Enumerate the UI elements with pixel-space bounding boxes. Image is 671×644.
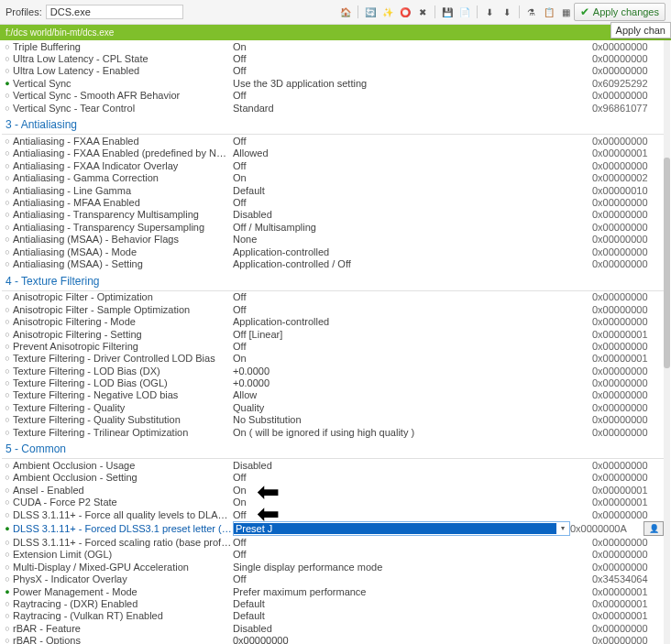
setting-row[interactable]: ○Anisotropic Filtering - SettingOff [Lin… xyxy=(2,328,664,340)
chevron-down-icon[interactable]: ▾ xyxy=(556,524,569,532)
combobox-selected: Preset J xyxy=(234,523,556,534)
wand-icon[interactable]: ✨ xyxy=(380,5,395,19)
setting-name: DLSS 3.1.11+ - Forced DLSS3.1 preset let… xyxy=(13,523,233,534)
setting-value: Off xyxy=(233,304,592,315)
modified-indicator-icon: ○ xyxy=(2,104,13,113)
setting-row[interactable]: ○Texture Filtering - LOD Bias (DX)+0.000… xyxy=(2,365,664,377)
setting-name: PhysX - Indicator Overlay xyxy=(13,573,233,584)
setting-row[interactable]: ○DLSS 3.1.11+ - Force all quality levels… xyxy=(2,508,664,520)
profile-combobox[interactable]: DCS.exe xyxy=(46,5,183,19)
setting-value: Off xyxy=(233,537,592,548)
setting-name: Multi-Display / Mixed-GPU Acceleration xyxy=(13,562,233,573)
setting-row[interactable]: ○Antialiasing (MSAA) - Behavior FlagsNon… xyxy=(2,233,664,245)
refresh-icon[interactable]: 🔄 xyxy=(363,5,378,19)
install-2-icon[interactable]: ⬇ xyxy=(500,5,514,19)
setting-row[interactable]: ○Triple BufferingOn0x00000000 xyxy=(2,40,664,52)
setting-row[interactable]: ○Texture Filtering - QualityQuality0x000… xyxy=(2,401,664,413)
setting-row[interactable]: ○Prevent Anisotropic FilteringOff0x00000… xyxy=(2,340,664,352)
setting-name: Texture Filtering - Quality xyxy=(13,402,233,413)
home-icon[interactable]: 🏠 xyxy=(338,5,353,19)
copy-icon[interactable]: 📋 xyxy=(542,5,556,19)
setting-name: Texture Filtering - Quality Substitution xyxy=(13,414,233,425)
delete-icon[interactable]: ✖ xyxy=(415,5,430,19)
setting-row[interactable]: ○Anisotropic Filter - Sample Optimizatio… xyxy=(2,303,664,315)
setting-name: rBAR - Feature xyxy=(13,623,233,634)
setting-row[interactable]: ○CUDA - Force P2 StateOn0x00000001 xyxy=(2,497,664,508)
apply-changes-button[interactable]: ✔ Apply changes xyxy=(574,3,666,21)
setting-hex: 0x96861077 xyxy=(592,103,664,114)
setting-hex: 0x00000000 xyxy=(592,623,664,634)
check-icon: ✔ xyxy=(580,5,589,18)
setting-row[interactable]: ○DLSS 3.1.11+ - Forced scaling ratio (ba… xyxy=(2,536,664,548)
scrollbar[interactable] xyxy=(664,40,670,644)
setting-row[interactable]: ○Antialiasing - FXAA Enabled (predefined… xyxy=(2,147,664,159)
setting-row[interactable]: ○Antialiasing - MFAA EnabledOff0x0000000… xyxy=(2,196,664,208)
filter-icon[interactable]: ⚗ xyxy=(524,5,539,19)
setting-hex: 0x00000002 xyxy=(592,172,664,183)
setting-row[interactable]: ○Anisotropic Filtering - ModeApplication… xyxy=(2,315,664,327)
setting-name: Antialiasing - Line Gamma xyxy=(13,185,233,196)
modified-indicator-icon: ○ xyxy=(2,461,13,470)
setting-name: Ansel - Enabled xyxy=(13,485,233,496)
setting-hex: 0x00000000 xyxy=(592,402,664,413)
modified-indicator-icon: ○ xyxy=(2,403,13,412)
modified-indicator-icon: ○ xyxy=(2,42,13,51)
setting-row[interactable]: ○Texture Filtering - Quality Substitutio… xyxy=(2,414,664,426)
setting-hex: 0x00000000 xyxy=(592,460,664,471)
setting-row[interactable]: ○Ansel - EnabledOn0x00000001 xyxy=(2,484,664,496)
setting-row[interactable]: ○Ultra Low Latency - CPL StateOff0x00000… xyxy=(2,52,664,64)
setting-row[interactable]: ○PhysX - Indicator OverlayOff0x34534064 xyxy=(2,573,664,584)
floppy-icon[interactable]: 💾 xyxy=(440,5,455,19)
setting-row[interactable]: ○Anisotropic Filter - OptimizationOff0x0… xyxy=(2,291,664,303)
install-1-icon[interactable]: ⬇ xyxy=(482,5,497,19)
setting-row[interactable]: ○Texture Filtering - Trilinear Optimizat… xyxy=(2,426,664,438)
setting-value: Allow xyxy=(233,389,592,400)
setting-row[interactable]: ○Antialiasing - FXAA Indicator OverlayOf… xyxy=(2,159,664,171)
setting-hex: 0x00000000 xyxy=(592,537,664,548)
setting-row[interactable]: ○Texture Filtering - LOD Bias (OGL)+0.00… xyxy=(2,377,664,388)
setting-row[interactable]: ○Antialiasing - Transparency Supersampli… xyxy=(2,221,664,233)
setting-row[interactable]: ○Antialiasing (MSAA) - SettingApplicatio… xyxy=(2,257,664,269)
setting-name: Ultra Low Latency - CPL State xyxy=(13,53,233,64)
setting-row[interactable]: ○Antialiasing - Transparency Multisampli… xyxy=(2,209,664,221)
setting-row[interactable]: ○rBAR - Options0x000000000x00000000 xyxy=(2,634,664,644)
setting-row[interactable]: ○Antialiasing (MSAA) - ModeApplication-c… xyxy=(2,246,664,257)
setting-row[interactable]: ○Ambient Occlusion - SettingOff0x0000000… xyxy=(2,472,664,484)
setting-row[interactable]: ●Power Management - ModePrefer maximum p… xyxy=(2,585,664,597)
modified-indicator-icon: ○ xyxy=(2,538,13,547)
setting-row[interactable]: ○Antialiasing - Gamma CorrectionOn0x0000… xyxy=(2,172,664,184)
setting-row[interactable]: ○Antialiasing - FXAA EnabledOff0x0000000… xyxy=(2,135,664,147)
setting-row[interactable]: ○Raytracing - (Vulkan RT) EnabledDefault… xyxy=(2,610,664,622)
setting-name: DLSS 3.1.11+ - Force all quality levels … xyxy=(13,509,233,520)
setting-row[interactable]: ○Vertical Sync - Smooth AFR BehaviorOff0… xyxy=(2,90,664,102)
modified-indicator-icon: ○ xyxy=(2,599,13,608)
scrollbar-thumb[interactable] xyxy=(664,158,670,368)
setting-row[interactable]: ○Vertical Sync - Tear ControlStandard0x9… xyxy=(2,102,664,114)
modified-indicator-icon: ○ xyxy=(2,259,13,268)
toolbar-icon-group: 🏠🔄✨⭕✖💾📄⬇⬇⚗📋▦ xyxy=(338,5,574,19)
modified-indicator-icon: ○ xyxy=(2,136,13,146)
setting-row[interactable]: ○rBAR - FeatureDisabled0x00000000 xyxy=(2,622,664,634)
modified-indicator-icon: ○ xyxy=(2,148,13,158)
grid-icon[interactable]: ▦ xyxy=(559,5,574,19)
setting-row[interactable]: ●Vertical SyncUse the 3D application set… xyxy=(2,77,664,89)
setting-hex: 0x00000000 xyxy=(592,304,664,315)
setting-value: 0x00000000 xyxy=(233,635,592,644)
setting-row[interactable]: ○Texture Filtering - Negative LOD biasAl… xyxy=(2,389,664,401)
setting-row[interactable]: ○Ambient Occlusion - UsageDisabled0x0000… xyxy=(2,459,664,471)
setting-row[interactable]: ●DLSS 3.1.11+ - Forced DLSS3.1 preset le… xyxy=(2,520,664,536)
setting-row[interactable]: ○Texture Filtering - Driver Controlled L… xyxy=(2,353,664,365)
setting-value: Application-controlled / Off xyxy=(233,258,592,269)
setting-value-combobox[interactable]: Preset J▾ xyxy=(233,521,570,536)
setting-row[interactable]: ○Ultra Low Latency - EnabledOff0x0000000… xyxy=(2,65,664,77)
page-icon[interactable]: 📄 xyxy=(457,5,472,19)
setting-hex: 0x00000000 xyxy=(592,291,664,302)
modified-indicator-icon: ○ xyxy=(2,247,13,257)
user-value-button[interactable]: 👤 xyxy=(644,521,664,536)
setting-name: Vertical Sync - Smooth AFR Behavior xyxy=(13,90,233,101)
setting-row[interactable]: ○Multi-Display / Mixed-GPU AccelerationS… xyxy=(2,561,664,573)
setting-row[interactable]: ○Extension Limit (OGL)Off0x00000000 xyxy=(2,549,664,561)
setting-row[interactable]: ○Raytracing - (DXR) EnabledDefault0x0000… xyxy=(2,597,664,609)
setting-row[interactable]: ○Antialiasing - Line GammaDefault0x00000… xyxy=(2,184,664,196)
circle-icon[interactable]: ⭕ xyxy=(398,5,412,19)
